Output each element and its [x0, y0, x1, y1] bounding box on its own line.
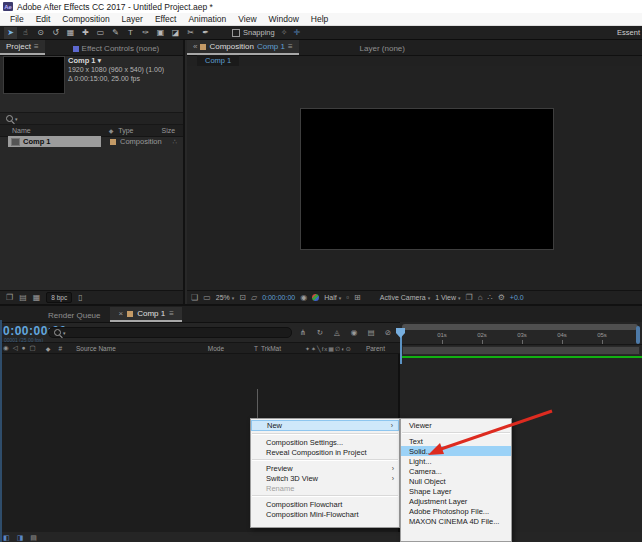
frame-blending-icon[interactable]: ▤: [366, 327, 376, 337]
menubar-item-animation[interactable]: Animation: [182, 14, 232, 24]
expand-inout-icon[interactable]: ▤: [30, 534, 37, 542]
column-size[interactable]: Size: [162, 127, 176, 134]
project-search[interactable]: ▾: [0, 112, 183, 125]
column-mode[interactable]: Mode: [208, 345, 224, 352]
expand-transfer-controls-icon[interactable]: ◨: [17, 534, 24, 542]
camera-tool-icon[interactable]: ▦: [64, 27, 77, 39]
snapping-control[interactable]: Snapping: [232, 28, 275, 37]
timeline-scrollbar[interactable]: [636, 326, 640, 344]
submenu-item-light[interactable]: Light...: [401, 456, 511, 466]
menubar-item-composition[interactable]: Composition: [56, 14, 115, 24]
zoom-tool-icon[interactable]: ⊙: [34, 27, 47, 39]
interpret-footage-icon[interactable]: ❐: [6, 293, 13, 302]
context-menu-item-preview[interactable]: Preview›: [251, 463, 399, 473]
grid-guides-icon[interactable]: ⌂: [478, 293, 483, 302]
submenu-item-text[interactable]: Text: [401, 436, 511, 446]
panel-menu-icon[interactable]: ≡: [34, 42, 39, 51]
audio-icon[interactable]: ◁: [13, 344, 18, 352]
submenu-item-shape-layer[interactable]: Shape Layer: [401, 486, 511, 496]
snap-option-icon[interactable]: ✧: [281, 28, 288, 37]
context-menu-item-reveal-composition-in-project[interactable]: Reveal Composition in Project: [251, 447, 399, 457]
close-icon[interactable]: ×: [118, 309, 123, 318]
comp-flowchart-icon[interactable]: ∴: [173, 138, 177, 146]
column-type[interactable]: Type: [118, 127, 133, 134]
region-of-interest-icon[interactable]: ▫: [346, 293, 349, 302]
guides-options-icon[interactable]: ⊡: [239, 293, 246, 302]
puppet-pin-tool-icon[interactable]: ✒: [199, 27, 212, 39]
context-menu-item-composition-settings[interactable]: Composition Settings...: [251, 437, 399, 447]
delete-icon[interactable]: ▯: [78, 293, 82, 302]
expand-layer-switches-icon[interactable]: ◧: [3, 534, 10, 542]
work-area-bar[interactable]: [402, 346, 640, 355]
resolution-dropdown[interactable]: Half ▾: [324, 294, 341, 301]
project-bpc-button[interactable]: 8 bpc: [46, 292, 72, 303]
column-name[interactable]: Name: [12, 127, 31, 134]
submenu-item-solid[interactable]: Solid...: [401, 446, 511, 456]
tab-render-queue[interactable]: Render Queue: [38, 309, 110, 322]
composition-viewport[interactable]: [187, 66, 642, 290]
column-source-name[interactable]: Source Name: [76, 345, 116, 352]
menubar-item-window[interactable]: Window: [263, 14, 305, 24]
solo-icon[interactable]: ●: [22, 344, 26, 352]
submenu-item-viewer[interactable]: Viewer: [401, 420, 511, 430]
column-t[interactable]: T: [254, 345, 258, 352]
submenu-item-camera[interactable]: Camera...: [401, 466, 511, 476]
shape-tool-icon[interactable]: ▭: [94, 27, 107, 39]
lock-icon[interactable]: ▢: [30, 344, 36, 352]
mask-visibility-icon[interactable]: ▱: [251, 293, 257, 302]
comp-timecode[interactable]: 0:00:00:00: [262, 294, 295, 301]
submenu-item-maxon-cinema-4d-file[interactable]: MAXON CINEMA 4D File...: [401, 516, 511, 526]
flowchart-icon[interactable]: ∴: [488, 293, 493, 302]
fast-previews-icon[interactable]: ⚙: [498, 293, 505, 302]
show-channels-icon[interactable]: [312, 294, 319, 301]
submenu-item-adobe-photoshop-file[interactable]: Adobe Photoshop File...: [401, 506, 511, 516]
camera-dropdown[interactable]: Active Camera ▾: [380, 294, 430, 301]
menubar-item-layer[interactable]: Layer: [116, 14, 149, 24]
live-update-icon[interactable]: ↻: [315, 327, 325, 337]
time-ruler[interactable]: 01s02s03s04s05s: [400, 330, 642, 345]
hide-shy-layers-icon[interactable]: ◉: [349, 327, 359, 337]
draft-3d-icon[interactable]: ◬: [332, 327, 342, 337]
new-composition-icon[interactable]: ▦: [33, 293, 41, 302]
context-menu-item-switch-3d-view[interactable]: Switch 3D View›: [251, 473, 399, 483]
tab-effect-controls[interactable]: Effect Controls (none): [67, 42, 166, 55]
menubar-item-view[interactable]: View: [232, 14, 262, 24]
tab-layer[interactable]: Layer (none): [354, 42, 411, 55]
column-label-icon[interactable]: ◆: [46, 345, 51, 352]
project-row-selection[interactable]: Comp 1: [8, 136, 101, 147]
snap-expand-icon[interactable]: ✛: [293, 28, 300, 37]
tab-composition[interactable]: « Composition Comp 1 ≡: [187, 40, 299, 55]
column-switches-icons[interactable]: ✦✶╲fx▦∅◐⊙: [305, 345, 352, 352]
snapshot-icon[interactable]: ◉: [300, 293, 307, 302]
magnification-dropdown[interactable]: 25% ▾: [216, 294, 235, 301]
always-preview-icon[interactable]: ❏: [191, 293, 198, 302]
clone-stamp-tool-icon[interactable]: ▣: [154, 27, 167, 39]
column-trkmat[interactable]: TrkMat: [261, 345, 281, 352]
view-layout-dropdown[interactable]: 1 View ▾: [435, 294, 460, 301]
new-folder-icon[interactable]: ▤: [19, 293, 27, 302]
roto-brush-tool-icon[interactable]: ✂: [184, 27, 197, 39]
panel-chevron-icon[interactable]: «: [193, 42, 197, 51]
tab-project[interactable]: Project ≡: [0, 40, 45, 55]
share-view-icon[interactable]: ❐: [466, 293, 473, 302]
column-label-icon[interactable]: ◆: [109, 127, 114, 134]
menubar-item-file[interactable]: File: [4, 14, 30, 24]
timeline-search[interactable]: ▾: [48, 327, 292, 338]
context-menu-item-composition-flowchart[interactable]: Composition Flowchart: [251, 499, 399, 509]
composition-frame[interactable]: [301, 109, 553, 249]
column-parent[interactable]: Parent: [366, 345, 385, 352]
column-number[interactable]: #: [58, 345, 62, 352]
eraser-tool-icon[interactable]: ◪: [169, 27, 182, 39]
brush-tool-icon[interactable]: ✑: [139, 27, 152, 39]
submenu-item-null-object[interactable]: Null Object: [401, 476, 511, 486]
comp-color-label[interactable]: [110, 139, 116, 145]
submenu-item-adjustment-layer[interactable]: Adjustment Layer: [401, 496, 511, 506]
project-comp-name[interactable]: Comp 1 ▾: [68, 56, 164, 65]
comp-mini-flowchart-icon[interactable]: ⋔: [298, 327, 308, 337]
exposure-value[interactable]: +0.0: [510, 294, 524, 301]
tab-timeline-comp1[interactable]: × Comp 1 ≡: [110, 307, 181, 322]
menubar-item-help[interactable]: Help: [305, 14, 334, 24]
context-menu-item-composition-mini-flowchart[interactable]: Composition Mini-Flowchart: [251, 509, 399, 519]
panel-menu-icon[interactable]: ≡: [169, 309, 174, 318]
video-visibility-icon[interactable]: ◉: [3, 344, 9, 352]
